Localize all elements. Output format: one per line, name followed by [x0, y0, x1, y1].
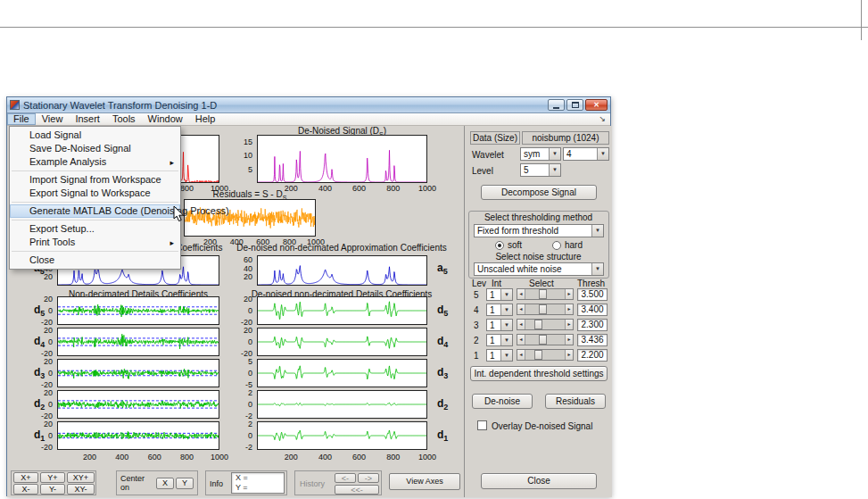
info-y-value: Y = [232, 483, 284, 493]
plot-detail-d1-right[interactable] [257, 421, 427, 450]
x-tick: 1000 [414, 184, 441, 193]
chevron-down-icon[interactable]: ▼ [500, 304, 512, 315]
approx-header-right: De-noised non-decimated Approximation Co… [236, 243, 447, 253]
slider-right-arrow-icon[interactable]: ► [565, 304, 573, 314]
page-rule-vertical [861, 0, 862, 40]
plot-a5-right[interactable] [257, 255, 427, 286]
slider-track[interactable] [525, 350, 565, 360]
int-select-lev-1[interactable]: 1▼ [486, 349, 513, 362]
slider-track[interactable] [525, 304, 565, 314]
plot-detail-d3-right[interactable] [257, 359, 427, 387]
zoom-y-plus-button[interactable]: Y+ [40, 472, 65, 483]
slider-right-arrow-icon[interactable]: ► [565, 320, 573, 329]
thresh-slider-lev-4[interactable]: ◄► [517, 304, 574, 315]
file-menu-item-import-signal-from-workspace[interactable]: Import Signal from Workspace [10, 173, 180, 187]
plot-detail-d3-left[interactable] [57, 359, 219, 387]
file-menu-item-save-de-noised-signal[interactable]: Save De-Noised Signal [10, 142, 180, 155]
slider-thumb[interactable] [534, 350, 542, 360]
thresh-lev-3: 3 [474, 320, 479, 330]
slider-thumb[interactable] [539, 335, 547, 345]
zoom-xy-minus-button[interactable]: XY- [67, 484, 95, 495]
thresh-lev-1: 1 [474, 351, 479, 361]
zoom-x-plus-button[interactable]: X+ [13, 472, 38, 483]
chevron-down-icon[interactable]: ▼ [500, 320, 512, 330]
history-back-button[interactable]: <- [335, 473, 356, 483]
file-menu-item-print-tools[interactable]: Print Tools▸ [10, 236, 180, 249]
maximize-button[interactable] [566, 99, 583, 111]
slider-thumb[interactable] [539, 289, 547, 299]
plot-denoised-signal[interactable] [257, 135, 427, 183]
int-select-lev-3[interactable]: 1▼ [486, 319, 513, 331]
file-menu-item-export-setup[interactable]: Export Setup... [10, 222, 180, 236]
slider-right-arrow-icon[interactable]: ► [565, 335, 573, 345]
slider-right-arrow-icon[interactable]: ► [565, 350, 573, 360]
slider-thumb[interactable] [534, 320, 542, 329]
control-panel: Data (Size) noisbump (1024) Wavelet sym … [464, 126, 612, 497]
chevron-down-icon[interactable]: ▼ [500, 289, 512, 300]
thresh-slider-lev-5[interactable]: ◄► [517, 288, 574, 300]
slider-thumb[interactable] [539, 304, 547, 314]
file-menu-item-generate-matlab-code-denoising-process[interactable]: Generate MATLAB Code (Denoising Process) [10, 204, 180, 218]
slider-left-arrow-icon[interactable]: ◄ [517, 335, 525, 345]
slider-track[interactable] [525, 289, 565, 299]
menu-separator [12, 170, 178, 171]
overlay-checkbox[interactable] [477, 420, 487, 430]
slider-track[interactable] [525, 335, 565, 345]
thresh-slider-lev-2[interactable]: ◄► [517, 334, 574, 345]
view-axes-button[interactable]: View Axes [389, 473, 460, 490]
residuals-button[interactable]: Residuals [545, 394, 606, 409]
slider-left-arrow-icon[interactable]: ◄ [517, 304, 525, 314]
plot-detail-d2-left[interactable] [57, 390, 219, 419]
slider-left-arrow-icon[interactable]: ◄ [517, 289, 525, 299]
submenu-arrow-icon: ▸ [169, 156, 174, 170]
plot-detail-d1-left[interactable] [57, 421, 219, 450]
zoom-y-minus-button[interactable]: Y- [40, 484, 65, 495]
chevron-down-icon[interactable]: ▼ [500, 335, 512, 345]
int-value-lev-3: 1 [487, 320, 500, 330]
int-select-lev-2[interactable]: 1▼ [486, 334, 513, 346]
int-select-lev-4[interactable]: 1▼ [486, 304, 513, 316]
y-tick: -20 [28, 443, 53, 452]
slider-right-arrow-icon[interactable]: ► [565, 289, 573, 299]
mouse-cursor [173, 205, 185, 222]
int-select-lev-5[interactable]: 1▼ [486, 288, 513, 301]
chevron-down-icon[interactable]: ▼ [500, 350, 512, 361]
slider-left-arrow-icon[interactable]: ◄ [517, 350, 525, 360]
file-menu-item-export-signal-to-workspace[interactable]: Export Signal to Workspace [10, 187, 180, 200]
bottom-toolbar: X+ X- Y+ Y- XY+ XY- Center on X Y Info X… [7, 469, 464, 497]
y-tick: 5 [227, 165, 252, 174]
thresh-slider-lev-1[interactable]: ◄► [517, 349, 574, 361]
history-reset-button[interactable]: <<- [335, 485, 379, 495]
minimize-button[interactable] [548, 99, 565, 111]
plot-detail-d5-right[interactable] [257, 296, 427, 325]
slider-left-arrow-icon[interactable]: ◄ [517, 320, 525, 329]
center-y-button[interactable]: Y [176, 478, 194, 489]
y-tick: 5 [227, 357, 252, 366]
info-label: Info [210, 479, 223, 488]
int-dependent-button[interactable]: Int. dependent threshold settings [470, 366, 608, 381]
history-forward-button[interactable]: -> [358, 473, 379, 483]
int-value-lev-1: 1 [487, 350, 500, 361]
plot-detail-d5-left[interactable] [57, 296, 219, 325]
close-window-button[interactable]: ✕ [585, 99, 608, 111]
dock-arrow-icon[interactable]: ↘ [594, 113, 610, 125]
plot-detail-d4-left[interactable] [57, 328, 219, 356]
panel-close-button[interactable]: Close [481, 473, 597, 489]
zoom-xy-plus-button[interactable]: XY+ [67, 472, 95, 483]
thresh-value-lev-4: 3.400 [577, 304, 608, 316]
y-tick: 20 [28, 388, 53, 397]
file-menu-item-close[interactable]: Close [10, 254, 180, 267]
center-x-button[interactable]: X [156, 478, 174, 489]
zoom-x-minus-button[interactable]: X- [13, 484, 38, 495]
thresh-slider-lev-3[interactable]: ◄► [517, 319, 574, 330]
label-d4-right: d4 [437, 335, 448, 349]
int-value-lev-5: 1 [487, 289, 500, 300]
plot-detail-d4-right[interactable] [257, 328, 427, 356]
denoise-button[interactable]: De-noise [472, 394, 533, 409]
file-menu-item-load-signal[interactable]: Load Signal [10, 129, 180, 142]
plot-detail-d2-right[interactable] [257, 390, 427, 419]
slider-track[interactable] [525, 320, 565, 329]
file-menu: Load SignalSave De-Noised SignalExample … [9, 126, 181, 270]
x-tick: 800 [380, 453, 407, 462]
file-menu-item-example-analysis[interactable]: Example Analysis▸ [10, 155, 180, 169]
